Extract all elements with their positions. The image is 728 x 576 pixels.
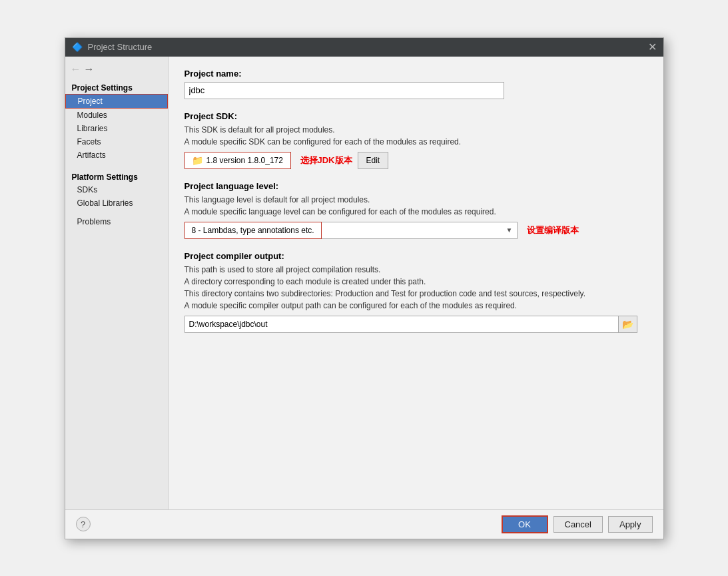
dialog-body: ← → Project Settings Project Modules Lib…	[65, 57, 663, 509]
close-button[interactable]: ✕	[648, 42, 657, 53]
project-sdk-desc: This SDK is default for all project modu…	[184, 124, 647, 148]
project-sdk-label: Project SDK:	[184, 111, 647, 121]
sidebar-item-problems[interactable]: Problems	[65, 215, 168, 228]
app-icon: 🔷	[72, 42, 83, 53]
sidebar-item-facets[interactable]: Facets	[65, 135, 168, 148]
titlebar: 🔷 Project Structure ✕	[65, 38, 663, 57]
sidebar-item-artifacts[interactable]: Artifacts	[65, 148, 168, 162]
back-arrow[interactable]: ←	[71, 63, 81, 75]
sidebar-item-project[interactable]: Project	[65, 94, 168, 109]
titlebar-left: 🔷 Project Structure	[72, 42, 153, 53]
help-button[interactable]: ?	[76, 517, 91, 531]
lang-selected-value: 8 - Lambdas, type annotations etc.	[184, 222, 322, 239]
project-structure-dialog: 🔷 Project Structure ✕ ← → Project Settin…	[65, 37, 664, 539]
sdk-version-label: 1.8 version 1.8.0_172	[206, 156, 283, 165]
project-settings-label: Project Settings	[65, 78, 168, 94]
sidebar: ← → Project Settings Project Modules Lib…	[65, 57, 169, 509]
footer-left: ?	[76, 517, 91, 531]
nav-row: ← →	[65, 62, 168, 78]
ok-button[interactable]: OK	[502, 515, 548, 533]
compiler-output-browse-button[interactable]: 📂	[618, 316, 637, 332]
sdk-row: 📁 1.8 version 1.8.0_172 选择JDK版本 Edit	[184, 152, 647, 169]
sidebar-item-libraries[interactable]: Libraries	[65, 122, 168, 135]
footer: ? OK Cancel Apply	[65, 509, 663, 539]
footer-right: OK Cancel Apply	[502, 515, 653, 533]
cancel-button[interactable]: Cancel	[553, 516, 603, 533]
project-name-label: Project name:	[184, 69, 647, 79]
project-lang-label: Project language level:	[184, 181, 647, 191]
folder-icon: 📁	[192, 155, 203, 166]
sidebar-item-modules[interactable]: Modules	[65, 109, 168, 122]
apply-button[interactable]: Apply	[608, 516, 653, 533]
platform-settings-label: Platform Settings	[65, 167, 168, 183]
lang-dropdown-arrow: ▼	[506, 226, 517, 234]
sidebar-item-global-libraries[interactable]: Global Libraries	[65, 196, 168, 210]
folder-browse-icon: 📂	[622, 319, 633, 330]
sdk-annotation: 选择JDK版本	[300, 154, 352, 166]
lang-row: 8 - Lambdas, type annotations etc. ▼ 设置编…	[184, 222, 647, 239]
forward-arrow[interactable]: →	[84, 63, 95, 75]
lang-select-container[interactable]: 8 - Lambdas, type annotations etc. ▼	[184, 222, 518, 239]
lang-annotation: 设置编译版本	[527, 224, 579, 236]
compiler-output-input[interactable]	[185, 318, 618, 330]
titlebar-title: Project Structure	[88, 42, 153, 52]
project-lang-desc: This language level is default for all p…	[184, 194, 647, 218]
main-content: Project name: Project SDK: This SDK is d…	[169, 57, 663, 509]
edit-button[interactable]: Edit	[358, 152, 389, 169]
compiler-output-box[interactable]: 📂	[184, 316, 637, 333]
compiler-output-label: Project compiler output:	[184, 251, 647, 261]
compiler-output-desc: This path is used to store all project c…	[184, 264, 647, 312]
sdk-selector[interactable]: 📁 1.8 version 1.8.0_172	[184, 152, 291, 169]
sidebar-item-sdks[interactable]: SDKs	[65, 183, 168, 196]
project-name-input[interactable]	[184, 82, 504, 99]
